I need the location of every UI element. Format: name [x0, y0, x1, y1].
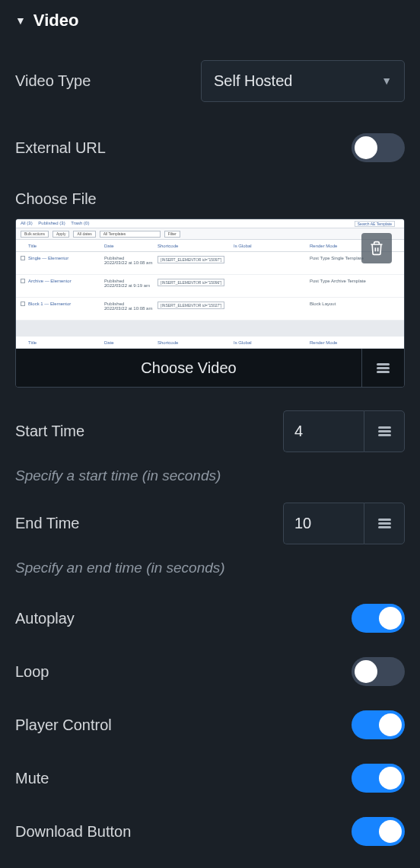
thumb-col: Title — [28, 340, 104, 345]
thumb-col: Render Mode — [310, 340, 399, 345]
end-time-value: 10 — [294, 515, 311, 532]
thumb-col: Shortcode — [158, 340, 234, 345]
mute-toggle[interactable] — [352, 764, 405, 793]
thumb-col: Date — [104, 340, 158, 345]
thumb-col: Date — [104, 244, 158, 248]
start-time-label: Start Time — [15, 423, 84, 440]
end-time-dynamic-button[interactable] — [364, 503, 405, 544]
thumb-row: Archive — ElementorPublished2022/03/22 a… — [16, 275, 404, 298]
autoplay-label: Autoplay — [15, 610, 75, 627]
thumb-tab: Trash (0) — [71, 221, 89, 225]
thumb-ctl: Bulk actions — [21, 231, 49, 238]
section-header-video[interactable]: ▼ Video — [0, 0, 420, 38]
loop-label: Loop — [15, 663, 49, 681]
start-time-hint: Specify a start time (in seconds) — [15, 468, 405, 484]
delete-file-button[interactable] — [361, 233, 392, 263]
file-chooser: All (3) Published (3) Trash (0) Search A… — [15, 219, 405, 388]
start-time-dynamic-button[interactable] — [364, 410, 405, 452]
external-url-toggle[interactable] — [352, 133, 405, 162]
end-time-hint: Specify an end time (in seconds) — [15, 560, 405, 576]
thumb-tab: Published (3) — [38, 221, 65, 225]
section-title: Video — [33, 11, 79, 30]
download-button-label: Download Button — [15, 823, 131, 841]
trash-icon — [369, 241, 384, 256]
video-type-value: Self Hosted — [214, 72, 292, 90]
file-thumbnail: All (3) Published (3) Trash (0) Search A… — [16, 219, 404, 349]
choose-file-label: Choose File — [15, 190, 405, 208]
file-dynamic-button[interactable] — [362, 349, 404, 387]
thumb-ctl: All Templates — [100, 231, 161, 238]
choose-video-button[interactable]: Choose Video — [16, 349, 362, 387]
start-time-input[interactable]: 4 — [283, 410, 364, 452]
start-time-value: 4 — [294, 423, 303, 440]
thumb-col: Shortcode — [158, 244, 234, 248]
player-control-label: Player Control — [15, 716, 112, 734]
caret-down-icon: ▼ — [15, 14, 26, 27]
choose-video-label: Choose Video — [141, 359, 236, 377]
mute-label: Mute — [15, 770, 49, 787]
database-icon — [377, 362, 390, 375]
thumb-col: Title — [28, 244, 104, 248]
chevron-down-icon: ▼ — [381, 75, 392, 87]
thumb-row: Block 1 — ElementorPublished2022/03/22 a… — [16, 298, 404, 321]
external-url-label: External URL — [15, 139, 106, 157]
video-type-select[interactable]: Self Hosted ▼ — [201, 60, 405, 102]
thumb-ctl: Filter — [164, 231, 180, 238]
thumb-col: Is Global — [234, 340, 310, 345]
thumb-ctl: Apply — [52, 231, 70, 238]
loop-toggle[interactable] — [352, 657, 405, 686]
thumb-tab: All (3) — [21, 221, 33, 225]
database-icon — [378, 425, 391, 438]
end-time-input[interactable]: 10 — [283, 503, 364, 544]
thumb-row: Single — ElementorPublished2022/03/22 at… — [16, 252, 404, 275]
video-type-label: Video Type — [15, 72, 91, 90]
thumb-col: Is Global — [234, 244, 310, 248]
autoplay-toggle[interactable] — [352, 604, 405, 633]
thumb-ctl: All dates — [73, 231, 95, 238]
end-time-label: End Time — [15, 515, 79, 532]
download-button-toggle[interactable] — [352, 817, 405, 846]
player-control-toggle[interactable] — [352, 710, 405, 739]
thumb-search: Search AE Template — [355, 221, 395, 227]
database-icon — [378, 517, 391, 530]
